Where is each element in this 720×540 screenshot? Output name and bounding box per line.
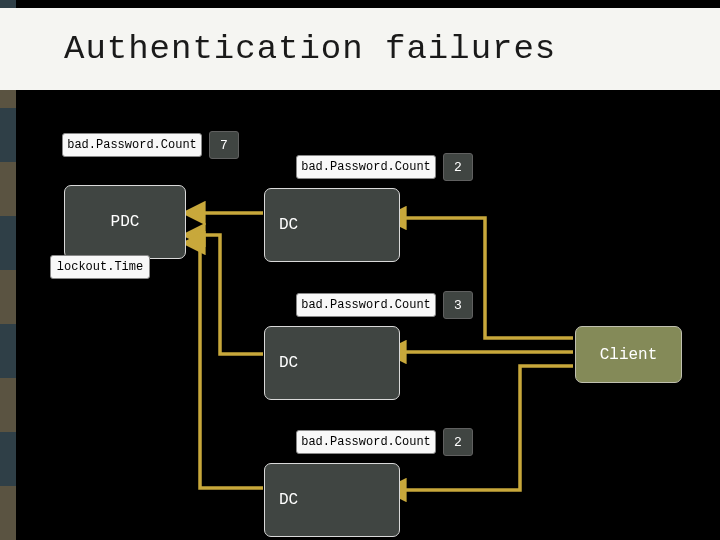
dc3-label: DC [279, 491, 298, 509]
arrow-client-to-dc1 [387, 218, 573, 338]
arrow-client-to-dc3 [387, 366, 573, 490]
dc1-label: DC [279, 216, 298, 234]
dc3-badpasswordcount-label: bad.Password.Count [296, 430, 436, 454]
page-title: Authentication failures [64, 30, 556, 68]
dc2-badpasswordcount-value: 3 [443, 291, 473, 319]
client-label: Client [600, 346, 658, 364]
dc3-badpasswordcount-value: 2 [443, 428, 473, 456]
dc3-node: DC [264, 463, 400, 537]
pdc-node: PDC [64, 185, 186, 259]
arrow-dc3-to-pdc [186, 243, 263, 488]
client-node: Client [575, 326, 682, 383]
pdc-badpasswordcount-label: bad.Password.Count [62, 133, 202, 157]
pdc-lockouttime-label: lockout.Time [50, 255, 150, 279]
dc1-badpasswordcount-label: bad.Password.Count [296, 155, 436, 179]
dc2-node: DC [264, 326, 400, 400]
dc2-badpasswordcount-label: bad.Password.Count [296, 293, 436, 317]
arrow-dc2-to-pdc [186, 235, 263, 354]
title-bar: Authentication failures [0, 8, 720, 90]
dc1-badpasswordcount-value: 2 [443, 153, 473, 181]
pdc-badpasswordcount-value: 7 [209, 131, 239, 159]
pdc-label: PDC [111, 213, 140, 231]
dc2-label: DC [279, 354, 298, 372]
dc1-node: DC [264, 188, 400, 262]
